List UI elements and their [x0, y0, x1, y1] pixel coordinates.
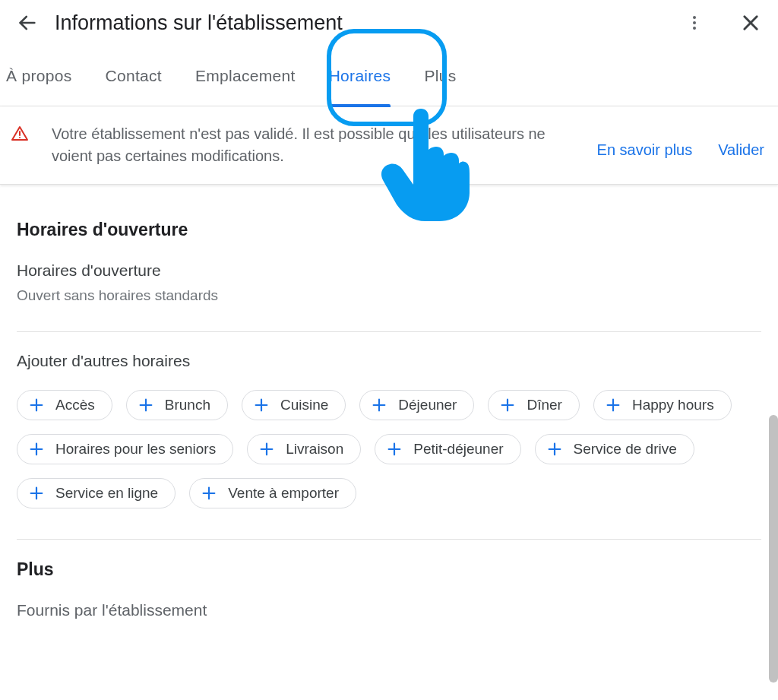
divider [17, 331, 761, 332]
chip-label: Cuisine [280, 397, 328, 413]
plus-icon [28, 485, 45, 502]
chip-label: Livraison [286, 441, 343, 458]
chip-dejeuner[interactable]: Déjeuner [359, 390, 474, 420]
provided-by-label: Fournis par l'établissement [17, 601, 761, 619]
chip-brunch[interactable]: Brunch [126, 390, 228, 420]
more-menu-button[interactable] [678, 6, 711, 40]
chip-label: Happy hours [632, 397, 714, 413]
chip-label: Déjeuner [398, 397, 457, 413]
divider [17, 539, 761, 540]
warning-icon [11, 125, 29, 143]
chip-livraison[interactable]: Livraison [247, 434, 361, 464]
validate-link[interactable]: Valider [718, 141, 764, 159]
arrow-left-icon [17, 12, 38, 33]
tab-more[interactable]: Plus [424, 46, 456, 106]
hours-chip-group: Accès Brunch Cuisine Déjeuner Dîner Happ… [17, 390, 761, 508]
chip-horaires-seniors[interactable]: Horaires pour les seniors [17, 434, 233, 464]
close-button[interactable] [734, 6, 767, 40]
validation-alert: Votre établissement n'est pas validé. Il… [0, 106, 778, 185]
tabs: À propos Contact Emplacement Horaires Pl… [0, 46, 778, 106]
opening-hours-block[interactable]: Horaires d'ouverture Ouvert sans horaire… [17, 261, 761, 304]
chip-label: Dîner [527, 397, 561, 413]
plus-icon [386, 441, 403, 458]
chip-label: Petit-déjeuner [413, 441, 503, 458]
plus-icon [253, 397, 270, 413]
svg-point-2 [693, 21, 696, 24]
tab-hours[interactable]: Horaires [329, 46, 391, 106]
chip-label: Accès [55, 397, 95, 413]
alert-text: Votre établissement n'est pas validé. Il… [52, 123, 574, 167]
chip-service-drive[interactable]: Service de drive [535, 434, 694, 464]
plus-icon [138, 397, 154, 413]
chip-vente-emporter[interactable]: Vente à emporter [189, 478, 356, 508]
plus-icon [371, 397, 387, 413]
plus-icon [28, 441, 45, 458]
page-title: Informations sur l'établissement [55, 11, 678, 35]
plus-icon [499, 397, 516, 413]
chip-petit-dejeuner[interactable]: Petit-déjeuner [375, 434, 520, 464]
learn-more-link[interactable]: En savoir plus [597, 141, 693, 159]
plus-icon [605, 397, 621, 413]
more-vert-icon [685, 14, 704, 32]
chip-label: Service de drive [574, 441, 677, 458]
dialog-header: Informations sur l'établissement [0, 0, 778, 46]
chip-happy-hours[interactable]: Happy hours [593, 390, 732, 420]
tab-contact[interactable]: Contact [105, 46, 161, 106]
plus-icon [546, 441, 563, 458]
chip-label: Service en ligne [55, 485, 158, 502]
svg-point-1 [693, 16, 696, 19]
content-area: Horaires d'ouverture Horaires d'ouvertur… [0, 185, 778, 619]
scrollbar-thumb[interactable] [769, 415, 778, 683]
chip-acces[interactable]: Accès [17, 390, 112, 420]
plus-icon [28, 397, 45, 413]
plus-icon [258, 441, 275, 458]
alert-actions: En savoir plus Valider [597, 141, 764, 159]
hours-section-title: Horaires d'ouverture [17, 220, 761, 240]
chip-cuisine[interactable]: Cuisine [242, 390, 346, 420]
chip-diner[interactable]: Dîner [488, 390, 579, 420]
add-hours-label: Ajouter d'autres horaires [17, 352, 761, 370]
chip-service-en-ligne[interactable]: Service en ligne [17, 478, 176, 508]
chip-label: Vente à emporter [228, 485, 339, 502]
svg-point-7 [19, 137, 21, 138]
chip-label: Horaires pour les seniors [55, 441, 216, 458]
plus-icon [201, 485, 217, 502]
opening-hours-value: Ouvert sans horaires standards [17, 287, 761, 304]
chip-label: Brunch [165, 397, 210, 413]
tab-about[interactable]: À propos [6, 46, 71, 106]
tab-location[interactable]: Emplacement [195, 46, 296, 106]
back-button[interactable] [11, 6, 44, 40]
close-icon [740, 12, 761, 33]
svg-point-3 [693, 27, 696, 30]
opening-hours-label: Horaires d'ouverture [17, 261, 761, 280]
more-section-title: Plus [17, 559, 761, 580]
